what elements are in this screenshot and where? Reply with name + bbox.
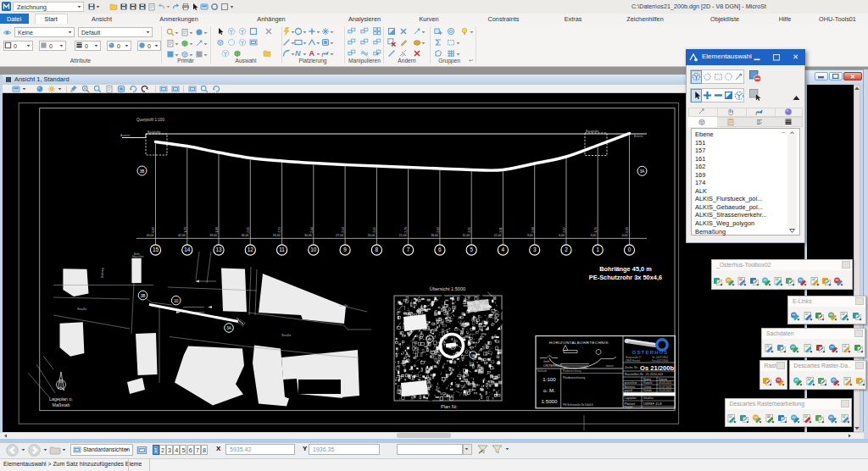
svg-text:3B: 3B — [140, 169, 145, 174]
svg-text:15.03.2021: 15.03.2021 — [659, 389, 672, 392]
svg-text:36,00: 36,00 — [242, 234, 249, 237]
svg-text:-2,54: -2,54 — [342, 227, 345, 234]
svg-text:0: 0 — [628, 247, 632, 252]
svg-text:-3,05: -3,05 — [468, 227, 471, 234]
svg-text:39,00: 39,00 — [209, 234, 217, 237]
svg-text:Baugrube: Baugrube — [147, 130, 161, 134]
svg-text:-2,92: -2,92 — [437, 227, 440, 234]
svg-text:Rowehl: Rowehl — [643, 381, 653, 385]
svg-text:Planbezeichnung: Planbezeichnung — [563, 376, 585, 380]
svg-text:18,00: 18,00 — [431, 234, 438, 237]
svg-text:4: 4 — [502, 247, 505, 252]
svg-text:2: 2 — [565, 247, 568, 252]
svg-text:www.xx: www.xx — [606, 365, 614, 368]
svg-text:Austritt: Austritt — [120, 134, 130, 137]
svg-text:7: 7 — [407, 247, 410, 252]
svg-text:Datum: Datum — [659, 378, 667, 381]
svg-text:Briefweg: Briefweg — [101, 268, 104, 278]
svg-text:Straße: Straße — [339, 304, 348, 308]
svg-text:Straße: Straße — [77, 308, 86, 311]
svg-text:o. M.: o. M. — [543, 387, 555, 393]
svg-text:Eintritt: Eintritt — [634, 135, 643, 138]
svg-text:geprüft: geprüft — [625, 389, 633, 392]
svg-text:Baustellen-Nr.: 25-2024-003: Baustellen-Nr.: 25-2024-003 — [625, 373, 663, 376]
svg-text:3A: 3A — [226, 326, 232, 330]
svg-text:10: 10 — [174, 299, 179, 303]
svg-text:11: 11 — [279, 247, 285, 252]
svg-text:42,00: 42,00 — [178, 234, 186, 237]
svg-text:15,00: 15,00 — [462, 234, 470, 237]
svg-text:-2,78: -2,78 — [404, 227, 408, 234]
svg-text:3A: 3A — [640, 169, 646, 174]
svg-text:Hauptstraße 17: Hauptstraße 17 — [626, 356, 642, 359]
svg-text:Os 21/200b: Os 21/200b — [640, 364, 674, 372]
svg-text:1:5000: 1:5000 — [542, 398, 558, 404]
svg-text:Baugrube: Baugrube — [586, 130, 599, 133]
svg-text:-1,89: -1,89 — [215, 227, 219, 234]
svg-text:Bohrmstr.: Bohrmstr. — [625, 385, 636, 389]
svg-text:Maßstab: Maßstab — [53, 402, 70, 407]
svg-text:3,00: 3,00 — [590, 234, 596, 237]
svg-text:24,00: 24,00 — [368, 234, 376, 237]
svg-text:15: 15 — [153, 247, 159, 252]
svg-text:Zechn. Nr.:: Zechn. Nr.: — [625, 366, 639, 369]
svg-text:-2,67: -2,67 — [563, 227, 566, 234]
svg-text:13: 13 — [215, 247, 222, 252]
svg-text:03.03.2021: 03.03.2021 — [659, 381, 672, 385]
svg-text:Plan Nr.: Plan Nr. — [441, 404, 458, 409]
svg-text:-2,44: -2,44 — [310, 227, 314, 234]
svg-text:gezeichnet: gezeichnet — [625, 381, 637, 385]
svg-text:HORIZONTALBOHRTECHNIK: HORIZONTALBOHRTECHNIK — [549, 341, 609, 345]
svg-text:1:100: 1:100 — [542, 376, 556, 382]
svg-text:OSTERHUS: OSTERHUS — [632, 350, 669, 355]
svg-text:Rethde: Rethde — [643, 389, 652, 392]
svg-text:-3,11: -3,11 — [499, 227, 503, 234]
svg-text:3B: 3B — [428, 338, 432, 341]
svg-text:Lageplan: Lageplan — [625, 396, 637, 400]
svg-text:Tel. 04471/9402: Tel. 04471/9402 — [652, 356, 669, 359]
svg-text:Maßstab: Maßstab — [537, 369, 547, 373]
svg-text:Planbezeichnung: Planbezeichnung — [563, 369, 581, 373]
svg-text:27,00: 27,00 — [336, 234, 343, 237]
svg-text:5: 5 — [470, 247, 473, 252]
svg-text:3: 3 — [533, 247, 537, 252]
svg-text:PE-Schutzrohr 3x 50x4,6: PE-Schutzrohr 3x 50x4,6 — [589, 274, 662, 281]
svg-text:33,00: 33,00 — [273, 234, 281, 237]
svg-text:10: 10 — [310, 247, 317, 252]
svg-text:-0,00: -0,00 — [626, 227, 629, 234]
svg-text:6: 6 — [438, 247, 442, 252]
svg-text:-1,70: -1,70 — [184, 227, 187, 234]
svg-text:12,00: 12,00 — [494, 234, 502, 237]
svg-text:Lageplan o.: Lageplan o. — [49, 396, 73, 402]
svg-text:Projekt: Projekt — [625, 406, 633, 409]
svg-text:-2,05: -2,05 — [247, 227, 250, 234]
svg-text:1: 1 — [596, 247, 599, 252]
svg-text:Häuschen: Häuschen — [132, 255, 144, 258]
svg-text:9,00: 9,00 — [527, 234, 533, 237]
svg-text:8: 8 — [376, 247, 379, 252]
svg-text:30,00: 30,00 — [304, 234, 312, 237]
svg-text:12: 12 — [248, 247, 254, 252]
svg-text:-2,65: -2,65 — [373, 227, 376, 234]
svg-text:Bohrlänge 45,0 m: Bohrlänge 45,0 m — [599, 265, 652, 273]
svg-text:9: 9 — [343, 247, 347, 252]
svg-text:3A: 3A — [471, 354, 476, 357]
svg-text:21,00: 21,00 — [399, 234, 407, 237]
svg-text:Übersicht 1:5000: Übersicht 1:5000 — [430, 286, 465, 291]
svg-text:3B: 3B — [141, 294, 146, 298]
svg-text:-2,98: -2,98 — [531, 227, 535, 234]
svg-text:DWREF 45-B: DWREF 45-B — [643, 402, 662, 406]
svg-text:-1,76: -1,76 — [594, 227, 598, 234]
svg-text:21.07.2021: 21.07.2021 — [659, 385, 672, 389]
svg-text:49685 Emstek: 49685 Emstek — [626, 359, 641, 363]
svg-text:14: 14 — [184, 247, 191, 252]
svg-text:Straße: Straße — [281, 334, 291, 337]
svg-text:PE-Schutzrohr 3x 50x4,6: PE-Schutzrohr 3x 50x4,6 — [563, 403, 593, 407]
svg-text:Fax 04471/9404: Fax 04471/9404 — [652, 359, 669, 363]
svg-text:Ostrop: Ostrop — [643, 385, 652, 389]
svg-text:45,00: 45,00 — [147, 234, 154, 237]
svg-text:0,00: 0,00 — [622, 234, 628, 237]
svg-text:Inhaltsv.: Inhaltsv. — [643, 396, 654, 400]
svg-text:6,00: 6,00 — [559, 234, 565, 237]
svg-text:Querprofil 1:100: Querprofil 1:100 — [136, 118, 164, 122]
